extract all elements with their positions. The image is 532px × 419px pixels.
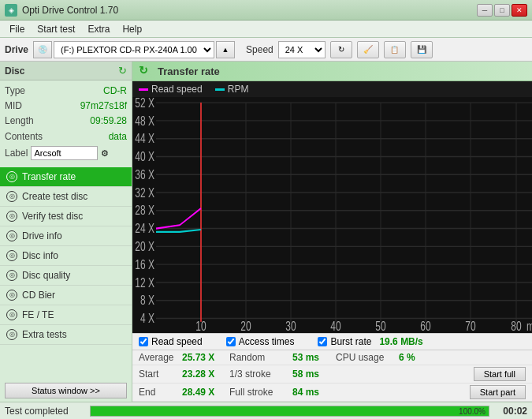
contents-val: data: [109, 129, 127, 144]
menubar: File Start test Extra Help: [0, 21, 532, 38]
read-speed-checkbox[interactable]: [139, 337, 148, 346]
rpm-color: [215, 88, 225, 91]
type-label: Type: [5, 84, 25, 99]
svg-text:12 X: 12 X: [135, 275, 154, 290]
nav-disc-info-label: Disc info: [22, 250, 58, 261]
svg-text:80: 80: [511, 319, 521, 333]
titlebar-controls: ─ □ ✕: [477, 4, 527, 17]
end-label: End: [139, 387, 182, 398]
sidebar-nav: ◎ Transfer rate ◎ Create test disc ◎ Ver…: [0, 167, 132, 345]
save-button[interactable]: 💾: [411, 41, 433, 58]
disc-contents-row: Contents data: [5, 129, 127, 144]
drive-label: Drive: [5, 44, 28, 55]
disc-header: Disc ↻: [0, 62, 132, 80]
eject-button[interactable]: ▲: [216, 41, 235, 58]
svg-text:36 X: 36 X: [135, 167, 154, 182]
svg-text:50: 50: [375, 319, 385, 333]
status-window-button[interactable]: Status window >>: [5, 383, 127, 398]
disc-info: Type CD-R MID 97m27s18f Length 09:59.28 …: [0, 80, 132, 164]
copy-button[interactable]: 📋: [384, 41, 406, 58]
maximize-button[interactable]: □: [494, 4, 510, 17]
refresh-button[interactable]: ↻: [330, 41, 352, 58]
checkbox-row: Read speed Access times Burst rate 19.6 …: [132, 333, 532, 350]
nav-disc-quality[interactable]: ◎ Disc quality: [0, 266, 132, 286]
disc-section-title: Disc: [5, 65, 24, 77]
burst-rate-label: Burst rate: [330, 336, 371, 347]
nav-transfer-rate-label: Transfer rate: [22, 171, 76, 182]
stats-row-3: End 28.49 X Full stroke 84 ms Start part: [132, 383, 532, 402]
progress-label: 100.0%: [459, 406, 485, 417]
burst-rate-checkbox[interactable]: [318, 337, 327, 346]
menu-help[interactable]: Help: [116, 22, 148, 36]
start-part-button[interactable]: Start part: [470, 385, 526, 399]
mid-label: MID: [5, 99, 22, 114]
stats-area: Average 25.73 X Random 53 ms CPU usage 6…: [132, 350, 532, 402]
menu-file[interactable]: File: [3, 22, 31, 36]
access-times-checkbox[interactable]: [226, 337, 236, 346]
speed-label: Speed: [246, 44, 273, 55]
start-label: Start: [139, 368, 182, 380]
nav-extra-tests[interactable]: ◎ Extra tests: [0, 325, 132, 345]
legend-rpm-label: RPM: [228, 84, 249, 95]
chart-container: 52 X 48 X 44 X 40 X 36 X 32 X 28 X 24 X …: [132, 97, 532, 333]
disc-info-icon: ◎: [6, 250, 17, 261]
nav-verify-test-disc-label: Verify test disc: [22, 211, 83, 222]
nav-verify-test-disc[interactable]: ◎ Verify test disc: [0, 207, 132, 226]
chart-legend: Read speed RPM: [132, 81, 532, 97]
stroke2-val: 84 ms: [292, 387, 336, 398]
status-text: Test completed: [5, 406, 84, 417]
svg-text:44 X: 44 X: [135, 131, 154, 146]
stroke1-val: 58 ms: [292, 368, 336, 380]
disc-label-input[interactable]: [31, 146, 98, 160]
disc-label-row: Label ⚙: [5, 146, 127, 161]
read-speed-checkbox-label: Read speed: [151, 336, 203, 347]
svg-text:min: min: [526, 319, 532, 333]
transfer-rate-icon: ◎: [6, 171, 17, 182]
type-val: CD-R: [103, 84, 127, 99]
disc-label-icon[interactable]: ⚙: [101, 147, 109, 161]
cpu-val: 6 %: [399, 352, 434, 363]
random-label: Random: [229, 352, 292, 363]
nav-cd-bier-label: CD Bier: [22, 290, 55, 301]
disc-refresh-icon[interactable]: ↻: [118, 65, 127, 77]
nav-transfer-rate[interactable]: ◎ Transfer rate: [0, 167, 132, 187]
nav-disc-quality-label: Disc quality: [22, 270, 70, 281]
progress-fill: [91, 406, 489, 416]
close-button[interactable]: ✕: [512, 4, 527, 17]
nav-disc-info[interactable]: ◎ Disc info: [0, 246, 132, 266]
svg-text:16 X: 16 X: [135, 257, 154, 272]
mid-val: 97m27s18f: [80, 99, 127, 114]
legend-read-speed-label: Read speed: [151, 84, 203, 95]
access-times-checkbox-item: Access times: [226, 336, 295, 347]
verify-test-disc-icon: ◎: [6, 211, 17, 222]
chart-refresh-icon: ↻: [139, 64, 153, 78]
minimize-button[interactable]: ─: [477, 4, 493, 17]
fe-te-icon: ◎: [6, 309, 17, 320]
nav-cd-bier[interactable]: ◎ CD Bier: [0, 286, 132, 305]
nav-drive-info[interactable]: ◎ Drive info: [0, 226, 132, 246]
length-val: 09:59.28: [90, 114, 127, 129]
disc-type-row: Type CD-R: [5, 84, 127, 99]
speed-select[interactable]: 24 X Max 16 X 8 X: [278, 41, 326, 58]
nav-fe-te[interactable]: ◎ FE / TE: [0, 305, 132, 325]
access-times-checkbox-label: Access times: [239, 336, 295, 347]
nav-drive-info-label: Drive info: [22, 230, 62, 241]
sidebar: Disc ↻ Type CD-R MID 97m27s18f Length 09…: [0, 62, 132, 402]
drive-select[interactable]: (F:) PLEXTOR CD-R PX-240A 1.00: [54, 41, 214, 58]
svg-text:32 X: 32 X: [135, 185, 154, 200]
stroke1-label: 1/3 stroke: [229, 368, 292, 380]
app-icon: ◈: [5, 4, 17, 17]
menu-extra[interactable]: Extra: [81, 22, 116, 36]
svg-text:20: 20: [240, 319, 251, 333]
app-title: Opti Drive Control 1.70: [22, 5, 118, 16]
legend-read-speed: Read speed: [139, 84, 203, 95]
average-val: 25.73 X: [182, 352, 229, 363]
start-full-button[interactable]: Start full: [474, 367, 526, 381]
drive-info-icon: ◎: [6, 230, 17, 241]
disc-length-row: Length 09:59.28: [5, 114, 127, 129]
menu-starttest[interactable]: Start test: [31, 22, 81, 36]
chart-header: ↻ Transfer rate: [132, 62, 532, 81]
nav-create-test-disc[interactable]: ◎ Create test disc: [0, 187, 132, 207]
svg-text:28 X: 28 X: [135, 203, 154, 218]
erase-button[interactable]: 🧹: [357, 41, 379, 58]
